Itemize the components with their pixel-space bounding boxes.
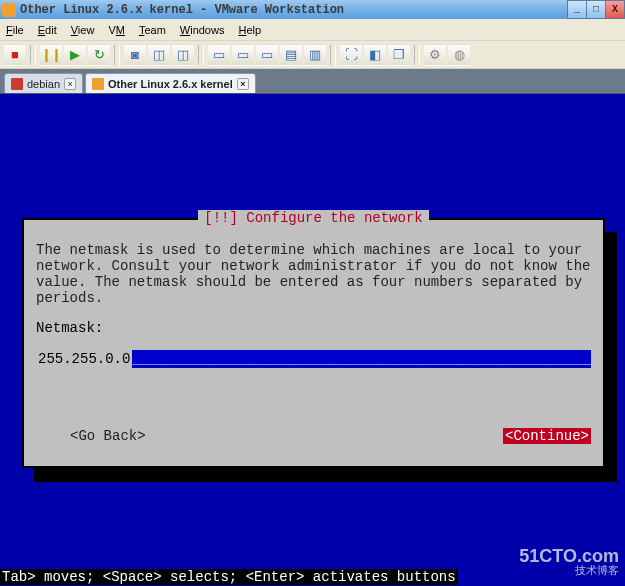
- menu-team[interactable]: Team: [139, 24, 166, 36]
- menu-vm[interactable]: VM: [108, 24, 125, 36]
- toolbar-separator: [30, 45, 36, 65]
- disk-button[interactable]: ◍: [448, 44, 470, 66]
- netmask-label: Netmask:: [36, 320, 103, 336]
- toolbar-separator: [414, 45, 420, 65]
- show-console-button[interactable]: ▭: [208, 44, 230, 66]
- app-icon: [2, 3, 16, 17]
- menu-help-label: elp: [246, 24, 261, 36]
- dialog-title-row: [!!] Configure the network: [24, 210, 603, 226]
- tab-close-button[interactable]: ×: [64, 78, 76, 90]
- dialog-buttons: <Go Back> <Continue>: [36, 428, 591, 444]
- layout-button-2[interactable]: ▭: [232, 44, 254, 66]
- fullscreen-button[interactable]: ⛶: [340, 44, 362, 66]
- toolbar-separator: [198, 45, 204, 65]
- menu-view[interactable]: View: [71, 24, 95, 36]
- menu-team-label: eam: [144, 24, 165, 36]
- go-back-button[interactable]: <Go Back>: [36, 428, 146, 444]
- dialog-body: The netmask is used to determine which m…: [36, 242, 591, 306]
- layout-button-5[interactable]: ▥: [304, 44, 326, 66]
- linux-icon: [92, 78, 104, 90]
- menu-windows[interactable]: Windows: [180, 24, 225, 36]
- stop-button[interactable]: ■: [4, 44, 26, 66]
- tab-close-button[interactable]: ×: [237, 78, 249, 90]
- watermark-sub: 技术博客: [519, 565, 619, 576]
- reset-button[interactable]: ↻: [88, 44, 110, 66]
- quick-switch-button[interactable]: ❐: [388, 44, 410, 66]
- watermark-logo: 51CTO.com 技术博客: [519, 547, 619, 576]
- window-controls: _ □ X: [568, 0, 625, 19]
- layout-button-3[interactable]: ▭: [256, 44, 278, 66]
- close-button[interactable]: X: [605, 0, 625, 19]
- settings-button[interactable]: ⚙: [424, 44, 446, 66]
- menu-file[interactable]: File: [6, 24, 24, 36]
- keyboard-hint: Tab> moves; <Space> selects; <Enter> act…: [0, 569, 458, 585]
- dialog-title: [!!] Configure the network: [198, 210, 428, 226]
- maximize-button[interactable]: □: [586, 0, 606, 19]
- continue-button[interactable]: <Continue>: [503, 428, 591, 444]
- input-fill: ________________________________________…: [132, 351, 591, 367]
- watermark-main: 51CTO.com: [519, 546, 619, 566]
- menu-edit-label: dit: [45, 24, 57, 36]
- menu-help[interactable]: Help: [238, 24, 261, 36]
- tab-other-linux[interactable]: Other Linux 2.6.x kernel ×: [85, 73, 256, 93]
- revert-button[interactable]: ◫: [148, 44, 170, 66]
- menu-windows-label: indows: [190, 24, 224, 36]
- toolbar-separator: [330, 45, 336, 65]
- menubar: File Edit View VM Team Windows Help: [0, 19, 625, 41]
- netmask-value: 255.255.0.0: [36, 350, 132, 368]
- toolbar-separator: [114, 45, 120, 65]
- snapshot-button[interactable]: ◙: [124, 44, 146, 66]
- play-button[interactable]: ▶: [64, 44, 86, 66]
- pause-button[interactable]: ❙❙: [40, 44, 62, 66]
- tab-label: debian: [27, 78, 60, 90]
- debian-icon: [11, 78, 23, 90]
- configure-network-dialog: [!!] Configure the network The netmask i…: [22, 218, 605, 468]
- vm-tabs: debian × Other Linux 2.6.x kernel ×: [0, 69, 625, 94]
- menu-edit[interactable]: Edit: [38, 24, 57, 36]
- layout-button-4[interactable]: ▤: [280, 44, 302, 66]
- unity-button[interactable]: ◧: [364, 44, 386, 66]
- menu-file-label: ile: [13, 24, 24, 36]
- tab-label: Other Linux 2.6.x kernel: [108, 78, 233, 90]
- netmask-input[interactable]: 255.255.0.0 ____________________________…: [36, 350, 591, 368]
- tab-debian[interactable]: debian ×: [4, 73, 83, 93]
- window-title: Other Linux 2.6.x kernel - VMware Workst…: [20, 3, 344, 17]
- guest-console[interactable]: [!!] Configure the network The netmask i…: [0, 94, 625, 586]
- snapshot-manager-button[interactable]: ◫: [172, 44, 194, 66]
- menu-view-label: iew: [78, 24, 95, 36]
- titlebar: Other Linux 2.6.x kernel - VMware Workst…: [0, 0, 625, 19]
- minimize-button[interactable]: _: [567, 0, 587, 19]
- toolbar: ■ ❙❙ ▶ ↻ ◙ ◫ ◫ ▭ ▭ ▭ ▤ ▥ ⛶ ◧ ❐ ⚙ ◍: [0, 41, 625, 69]
